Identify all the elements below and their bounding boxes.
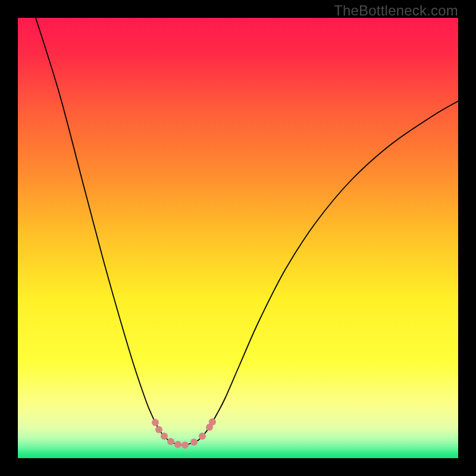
curve-marker (155, 426, 162, 433)
chart-frame (18, 18, 458, 458)
bottleneck-curve (36, 18, 458, 445)
curve-marker (167, 438, 174, 445)
chart-overlay (18, 18, 458, 458)
curve-marker (199, 433, 206, 440)
curve-marker (161, 433, 168, 440)
curve-marker (209, 418, 216, 425)
curve-marker (152, 419, 159, 426)
curve-marker (190, 439, 198, 446)
watermark-text: TheBottleneck.com (334, 2, 458, 19)
curve-marker (181, 441, 189, 449)
curve-marker (174, 441, 181, 448)
